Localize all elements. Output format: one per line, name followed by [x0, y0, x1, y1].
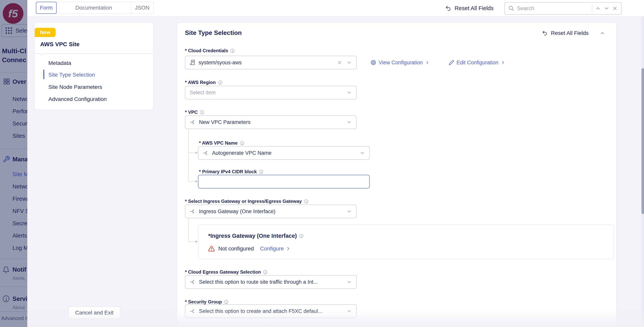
- connector-line: [188, 129, 189, 182]
- view-configuration-link[interactable]: View Configuration: [370, 56, 430, 69]
- wizard-step-site-node-parameters[interactable]: Site Node Parameters: [48, 84, 102, 90]
- info-icon[interactable]: [200, 110, 204, 114]
- eye-icon: [370, 60, 376, 65]
- vpc-select[interactable]: New VPC Parameters: [185, 115, 357, 129]
- wizard-step-site-type-selection[interactable]: Site Type Selection: [48, 72, 95, 78]
- ingress-gateway-select-label: * Select Ingress Gateway or Ingress/Egre…: [185, 199, 308, 204]
- chevron-down-icon[interactable]: [346, 60, 352, 65]
- vpc-label: * VPC: [185, 109, 204, 115]
- chevron-down-icon[interactable]: [346, 209, 352, 214]
- wizard-nav-card: New AWS VPC Site Metadata Site Type Sele…: [35, 23, 153, 109]
- scrollbar-thumb[interactable]: [642, 68, 644, 214]
- info-icon[interactable]: [218, 80, 222, 85]
- search-close-icon[interactable]: [612, 6, 618, 11]
- chevron-down-icon[interactable]: [346, 90, 352, 95]
- bottom-fade: [27, 309, 644, 327]
- primary-ipv4-cidr-label: * Primary IPv4 CIDR block: [199, 169, 263, 174]
- chevron-right-icon: [501, 60, 505, 65]
- collapse-section-icon[interactable]: [600, 30, 605, 36]
- tab-group: Documentation JSON: [56, 2, 154, 14]
- divider: [592, 4, 592, 12]
- branch-arrows-icon: [190, 279, 196, 285]
- chevron-right-icon: [286, 246, 290, 251]
- new-badge: New: [35, 28, 56, 37]
- warning-triangle-icon: [208, 245, 215, 252]
- search-icon: [508, 5, 514, 11]
- modal-topbar: Form Documentation JSON Reset All Fields: [27, 0, 644, 16]
- cloud-egress-gateway-label: * Cloud Egress Gateway Selection: [185, 269, 267, 275]
- form-section-title: Site Type Selection: [185, 29, 242, 36]
- clear-icon[interactable]: [337, 60, 342, 65]
- primary-ipv4-cidr-input[interactable]: [198, 175, 370, 188]
- divider: [35, 53, 153, 54]
- ingress-card-title: *Ingress Gateway (One Interface): [208, 233, 303, 239]
- collapse-notch[interactable]: [40, 51, 44, 56]
- security-group-label: * Security Group: [185, 299, 228, 305]
- info-icon[interactable]: [230, 49, 234, 53]
- chevron-down-icon[interactable]: [360, 150, 365, 156]
- search-box: [504, 2, 622, 15]
- info-icon[interactable]: [304, 199, 308, 203]
- connector-line: [188, 218, 189, 242]
- aws-vpc-name-select[interactable]: Autogenerate VPC Name: [198, 146, 370, 160]
- wizard-title: AWS VPC Site: [40, 41, 80, 47]
- chevron-down-icon[interactable]: [346, 119, 352, 125]
- modal-content: New AWS VPC Site Metadata Site Type Sele…: [27, 16, 644, 327]
- tab-form[interactable]: Form: [36, 2, 56, 14]
- connector-line: [188, 242, 196, 242]
- info-icon[interactable]: [224, 300, 228, 304]
- tab-json[interactable]: JSON: [131, 2, 153, 13]
- branch-arrows-icon: [203, 150, 209, 156]
- credentials-doc-icon: [190, 60, 196, 65]
- create-site-modal: Form Documentation JSON Reset All Fields…: [27, 0, 644, 327]
- aws-region-label: * AWS Region: [185, 80, 222, 85]
- connector-dot: [195, 241, 197, 243]
- wizard-step-advanced-configuration[interactable]: Advanced Configuration: [48, 96, 107, 102]
- branch-arrows-icon: [190, 119, 196, 125]
- chevron-right-icon: [425, 60, 430, 65]
- branch-arrows-icon: [190, 208, 196, 215]
- aws-region-select[interactable]: Select item: [185, 86, 357, 99]
- connector-line: [188, 181, 196, 182]
- tab-documentation[interactable]: Documentation: [57, 2, 131, 13]
- edit-configuration-link[interactable]: Edit Configuration: [449, 56, 505, 69]
- aws-vpc-name-label: * AWS VPC Name: [199, 140, 244, 146]
- ingress-gateway-card: *Ingress Gateway (One Interface) Not con…: [198, 225, 614, 259]
- search-input[interactable]: [517, 5, 589, 11]
- cloud-egress-gateway-select[interactable]: Select this option to route site traffic…: [185, 275, 357, 289]
- connector-dot: [195, 180, 197, 182]
- undo-icon: [542, 30, 548, 36]
- info-icon[interactable]: [263, 270, 267, 274]
- site-type-selection-form: Site Type Selection Reset All Fields * C…: [177, 23, 616, 327]
- search-prev-icon[interactable]: [595, 5, 601, 11]
- wizard-step-metadata[interactable]: Metadata: [48, 60, 71, 66]
- form-reset-all-fields[interactable]: Reset All Fields: [542, 30, 605, 36]
- not-configured-status: Not configured: [218, 246, 254, 252]
- reset-all-fields-button[interactable]: Reset All Fields: [445, 5, 494, 11]
- connector-dot: [195, 152, 197, 154]
- ingress-gateway-select[interactable]: Ingress Gateway (One Interface): [185, 205, 357, 218]
- chevron-down-icon[interactable]: [346, 279, 352, 285]
- search-next-icon[interactable]: [604, 5, 610, 11]
- active-step-indicator: [43, 70, 44, 79]
- info-icon[interactable]: [240, 141, 244, 145]
- cloud-credentials-label: * Cloud Credentials: [185, 48, 234, 53]
- configure-link[interactable]: Configure: [260, 246, 290, 252]
- undo-icon: [445, 5, 452, 11]
- info-icon[interactable]: [299, 234, 303, 238]
- modal-dim-overlay: [0, 0, 27, 327]
- info-icon[interactable]: [259, 170, 263, 174]
- connector-line: [188, 153, 196, 153]
- pencil-icon: [449, 60, 454, 65]
- scrollbar-track[interactable]: [642, 16, 644, 327]
- cloud-credentials-select[interactable]: system/syous-aws: [185, 56, 357, 69]
